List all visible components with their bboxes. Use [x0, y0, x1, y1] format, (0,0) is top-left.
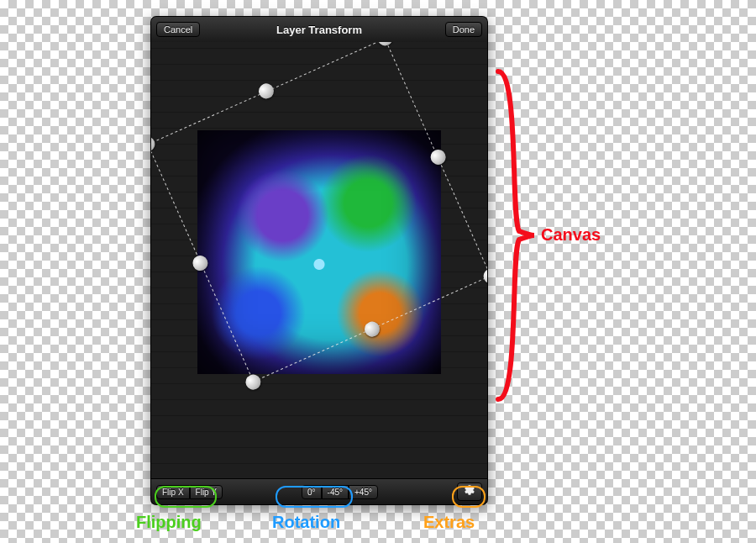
- cancel-button[interactable]: Cancel: [156, 22, 200, 37]
- done-button[interactable]: Done: [445, 22, 482, 37]
- transform-handle-ml[interactable]: [191, 253, 211, 273]
- bottom-toolbar: Flip X Flip Y 0° -45° +45°: [151, 478, 487, 504]
- transform-handle-bl[interactable]: [244, 372, 264, 393]
- transform-handle-tm[interactable]: [256, 82, 276, 102]
- flip-group: Flip X Flip Y: [156, 485, 223, 499]
- transform-handle-mr[interactable]: [428, 147, 449, 167]
- device-frame: Cancel Layer Transform Done Flip X Flip …: [151, 17, 487, 504]
- page-title: Layer Transform: [151, 24, 487, 36]
- transform-handle-tl[interactable]: [151, 134, 157, 155]
- extras-button[interactable]: [457, 482, 482, 501]
- top-bar: Cancel Layer Transform Done: [151, 17, 487, 43]
- rotate-plus45-button[interactable]: +45°: [349, 485, 378, 499]
- rotate-minus45-button[interactable]: -45°: [322, 485, 349, 499]
- transform-handle-br[interactable]: [481, 266, 487, 287]
- transform-handle-tr[interactable]: [375, 42, 396, 48]
- canvas-area[interactable]: [151, 42, 487, 479]
- rotate-0-button[interactable]: 0°: [302, 485, 322, 499]
- flip-y-button[interactable]: Flip Y: [190, 485, 223, 499]
- flip-x-button[interactable]: Flip X: [156, 485, 190, 499]
- gear-icon: [464, 484, 475, 499]
- rotation-group: 0° -45° +45°: [302, 485, 378, 499]
